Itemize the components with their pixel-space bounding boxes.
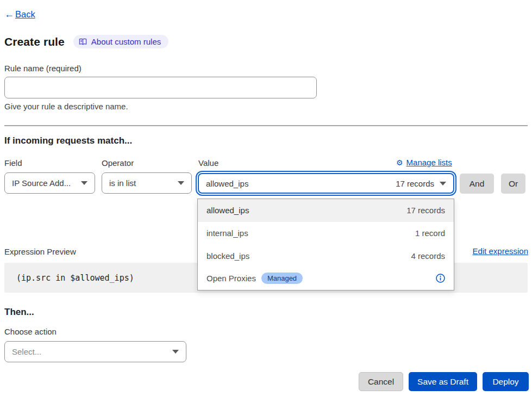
value-select-records: 17 records (396, 179, 434, 188)
about-custom-rules-link[interactable]: About custom rules (73, 35, 168, 48)
operator-select[interactable]: is in list (102, 172, 192, 194)
chevron-down-icon (81, 181, 87, 185)
manage-lists-label: Manage lists (406, 158, 452, 167)
book-icon (79, 38, 87, 46)
rule-name-input[interactable] (4, 77, 317, 98)
rule-name-helper-text: Give your rule a descriptive name. (4, 102, 128, 111)
expression-code: (ip.src in $allowed_ips) (16, 273, 134, 283)
operator-label: Operator (102, 158, 134, 168)
list-option-record-count: 17 records (406, 206, 445, 215)
about-custom-rules-label: About custom rules (91, 37, 161, 46)
operator-select-value: is in list (109, 178, 172, 188)
action-select[interactable]: Select... (4, 341, 186, 362)
list-option-name: blocked_ips (206, 251, 249, 261)
back-link-label: Back (15, 9, 35, 20)
list-option-name: Open Proxies (206, 274, 256, 283)
chevron-down-icon (172, 350, 179, 354)
gear-icon: ⚙ (396, 158, 403, 167)
list-option-blocked-ips[interactable]: blocked_ips 4 records (198, 244, 454, 267)
rule-name-label: Rule name (required) (4, 64, 82, 73)
back-link[interactable]: ←Back (4, 9, 35, 20)
field-label: Field (4, 158, 22, 168)
value-label: Value (198, 158, 218, 168)
back-arrow-icon: ← (4, 9, 14, 20)
list-option-allowed-ips[interactable]: allowed_ips 17 records (198, 199, 454, 222)
list-option-open-proxies[interactable]: Open Proxies Managed (198, 267, 454, 290)
chevron-down-icon (178, 181, 184, 185)
page-title: Create rule (4, 35, 65, 48)
list-dropdown-menu: allowed_ips 17 records internal_ips 1 re… (197, 199, 454, 290)
and-button[interactable]: And (460, 174, 494, 194)
list-option-internal-ips[interactable]: internal_ips 1 record (198, 222, 454, 245)
managed-badge: Managed (261, 273, 303, 284)
deploy-button[interactable]: Deploy (483, 372, 529, 391)
list-option-name: internal_ips (206, 228, 248, 238)
cancel-button[interactable]: Cancel (359, 372, 403, 391)
list-option-name: allowed_ips (206, 206, 249, 215)
field-select[interactable]: IP Source Add... (4, 172, 95, 194)
info-icon[interactable] (436, 274, 445, 283)
value-select[interactable]: allowed_ips 17 records (198, 173, 454, 194)
save-as-draft-button[interactable]: Save as Draft (409, 372, 477, 391)
list-option-record-count: 4 records (411, 251, 445, 261)
match-section-heading: If incoming requests match... (4, 135, 132, 146)
value-select-value: allowed_ips (206, 179, 248, 188)
or-button[interactable]: Or (501, 174, 525, 194)
section-divider (4, 125, 528, 126)
manage-lists-link[interactable]: ⚙ Manage lists (396, 158, 452, 167)
field-select-value: IP Source Add... (12, 178, 76, 188)
list-option-record-count: 1 record (415, 228, 445, 238)
choose-action-label: Choose action (4, 327, 57, 336)
edit-expression-link[interactable]: Edit expression (472, 246, 528, 256)
expression-preview-label: Expression Preview (4, 247, 76, 256)
chevron-down-icon (440, 182, 446, 185)
page-header: Create rule About custom rules (4, 35, 168, 48)
then-section-heading: Then... (4, 307, 34, 318)
action-select-placeholder: Select... (12, 347, 167, 356)
